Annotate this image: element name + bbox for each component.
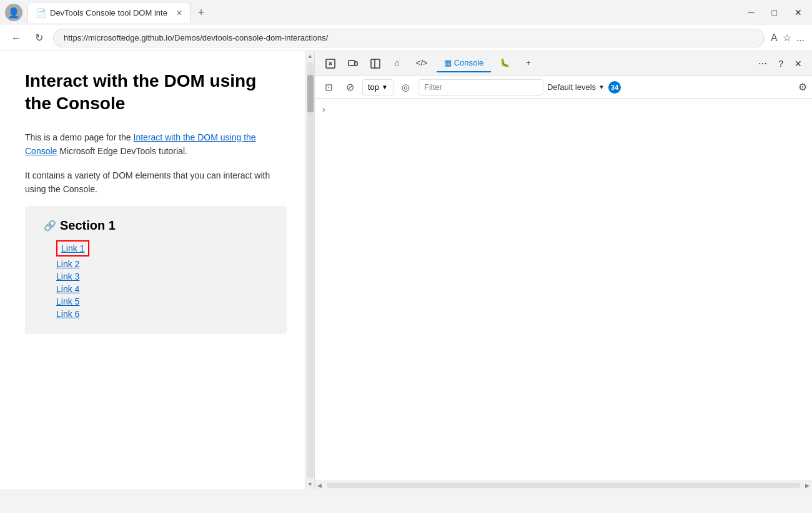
- close-devtools-button[interactable]: ✕: [790, 56, 807, 71]
- section-1-title: 🔗 Section 1: [44, 218, 268, 233]
- console-toolbar: ⊡ ⊘ top ▼ ◎ Default levels ▼ 34 ⚙: [315, 76, 812, 99]
- profile-icon[interactable]: 👤: [5, 4, 22, 21]
- count-badge: 34: [608, 81, 621, 94]
- devtools-tab-debug[interactable]: 🐛: [492, 54, 517, 72]
- paragraph1-suffix: Microsoft Edge DevTools tutorial.: [59, 146, 187, 156]
- tab-bar: 📄 DevTools Console tool DOM inte ✕ +: [22, 1, 743, 24]
- page-paragraph2: It contains a variety of DOM elements th…: [25, 169, 287, 197]
- close-window-button[interactable]: ✕: [790, 5, 807, 20]
- devtools-tab-console[interactable]: ▦ Console: [437, 54, 492, 72]
- message-count: 34: [608, 81, 621, 94]
- title-bar: 👤 📄 DevTools Console tool DOM inte ✕ + ─…: [0, 0, 812, 25]
- address-input[interactable]: [53, 29, 765, 47]
- clear-console-icon: ⊡: [325, 82, 333, 93]
- default-levels-dropdown[interactable]: Default levels ▼: [547, 82, 605, 92]
- device-emulation-tool[interactable]: [342, 56, 364, 72]
- more-tools-icon: ⋯: [758, 59, 767, 69]
- devtools-tab-elements[interactable]: </>: [408, 54, 435, 72]
- page-section: Interact with the DOM using the Console …: [0, 51, 315, 489]
- svg-rect-1: [349, 61, 355, 66]
- maximize-button[interactable]: □: [767, 5, 782, 20]
- tab-page-icon: 📄: [36, 8, 46, 18]
- window-controls: ─ □ ✕: [743, 5, 807, 20]
- page-paragraph1: This is a demo page for the Interact wit…: [25, 130, 287, 159]
- context-label: top: [368, 82, 379, 92]
- scroll-up-arrow[interactable]: ▲: [305, 51, 315, 61]
- section-link-4[interactable]: Link 4: [56, 284, 79, 294]
- devtools-horizontal-scrollbar: ◀ ▶: [315, 481, 812, 489]
- bug-icon: 🐛: [500, 58, 510, 67]
- refresh-button[interactable]: ↻: [31, 29, 47, 46]
- address-bar: ← ↻ A ☆ ...: [0, 25, 812, 51]
- paragraph1-prefix: This is a demo page for the: [25, 132, 134, 142]
- read-aloud-icon[interactable]: A: [771, 32, 778, 44]
- inspect-element-tool[interactable]: [320, 56, 341, 72]
- help-icon: ?: [778, 59, 783, 69]
- more-tools-button[interactable]: ⋯: [753, 56, 772, 71]
- block-icon-button[interactable]: ⊘: [341, 79, 359, 96]
- main-area: Interact with the DOM using the Console …: [0, 51, 812, 489]
- eye-button[interactable]: ◎: [397, 79, 415, 96]
- tab-close-button[interactable]: ✕: [176, 9, 182, 17]
- close-devtools-icon: ✕: [795, 59, 802, 69]
- section-anchor-icon: 🔗: [44, 220, 56, 232]
- elements-icon: </>: [416, 58, 428, 67]
- section-1-box: 🔗 Section 1 Link 1 Link 2 Link 3 Link 4 …: [25, 206, 287, 334]
- home-icon: ⌂: [395, 58, 400, 67]
- sidebar-toggle-tool[interactable]: [365, 56, 386, 72]
- context-dropdown[interactable]: top ▼: [362, 79, 394, 95]
- scroll-right-arrow[interactable]: ▶: [803, 481, 812, 490]
- back-button[interactable]: ←: [7, 30, 25, 46]
- svg-rect-2: [355, 62, 357, 66]
- console-chevron[interactable]: ›: [322, 104, 325, 114]
- devtools-tab-add[interactable]: +: [518, 54, 538, 72]
- context-dropdown-arrow: ▼: [382, 84, 388, 90]
- scroll-left-arrow[interactable]: ◀: [315, 481, 324, 490]
- favorites-icon[interactable]: ☆: [783, 32, 791, 44]
- section-link-3[interactable]: Link 3: [56, 271, 79, 281]
- default-levels-label: Default levels: [547, 82, 596, 92]
- clear-console-button[interactable]: ⊡: [320, 79, 337, 96]
- minimize-button[interactable]: ─: [743, 5, 760, 20]
- page-scrollbar: ▲ ▼: [306, 51, 315, 489]
- section-link-1[interactable]: Link 1: [61, 243, 84, 253]
- help-button[interactable]: ?: [773, 56, 788, 71]
- add-icon: +: [526, 58, 531, 67]
- h-scroll-track: [327, 483, 800, 488]
- page-content: Interact with the DOM using the Console …: [0, 51, 306, 489]
- filter-input[interactable]: [418, 79, 543, 95]
- address-icons: A ☆ ...: [771, 32, 805, 44]
- default-levels-arrow: ▼: [598, 84, 605, 90]
- section-title-text: Section 1: [60, 218, 116, 233]
- scroll-thumb[interactable]: [307, 75, 314, 112]
- section-1-links: Link 1 Link 2 Link 3 Link 4 Link 5 Link …: [44, 240, 268, 319]
- devtools-tab-home[interactable]: ⌂: [387, 54, 407, 72]
- more-icon[interactable]: ...: [796, 32, 805, 44]
- section-link-5[interactable]: Link 5: [56, 296, 79, 306]
- scroll-down-arrow[interactable]: ▼: [305, 479, 315, 489]
- block-icon: ⊘: [346, 81, 354, 93]
- devtools-toolbar: ⌂ </> ▦ Console 🐛 + ⋯ ? ✕: [315, 51, 812, 76]
- eye-icon: ◎: [402, 82, 410, 93]
- console-tab-icon: ▦: [444, 58, 452, 67]
- new-tab-button[interactable]: +: [193, 4, 210, 22]
- link-1-highlighted: Link 1: [56, 240, 89, 256]
- console-area: ›: [315, 99, 812, 481]
- page-title: Interact with the DOM using the Console: [25, 70, 287, 115]
- scroll-track: [307, 62, 314, 478]
- title-bar-left: 👤: [5, 4, 22, 21]
- section-link-2[interactable]: Link 2: [56, 259, 79, 269]
- svg-rect-3: [371, 59, 380, 68]
- active-tab[interactable]: 📄 DevTools Console tool DOM inte ✕: [27, 2, 191, 23]
- console-tab-label: Console: [454, 58, 484, 67]
- console-settings-button[interactable]: ⚙: [798, 81, 807, 93]
- devtools-panel: ⌂ </> ▦ Console 🐛 + ⋯ ? ✕: [315, 51, 812, 489]
- tab-title: DevTools Console tool DOM inte: [50, 8, 167, 17]
- section-link-6[interactable]: Link 6: [56, 309, 79, 319]
